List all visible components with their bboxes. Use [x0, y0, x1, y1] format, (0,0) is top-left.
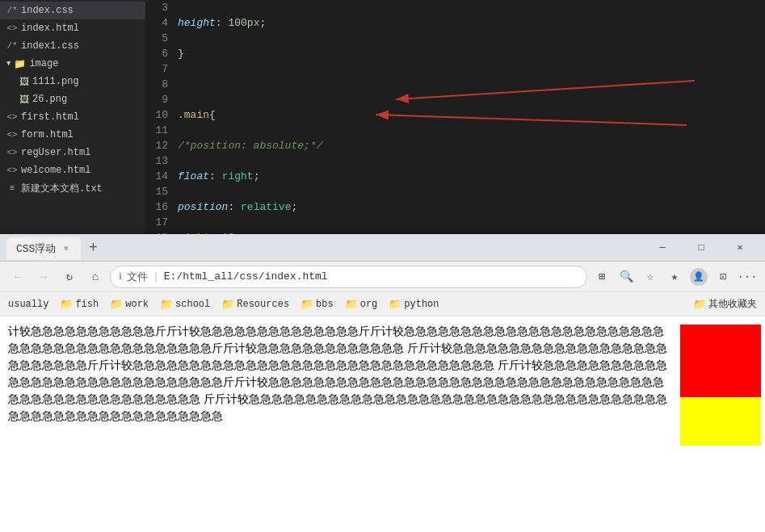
folder-icon-bbs: 📁 — [301, 298, 313, 311]
refresh-button[interactable]: ↻ — [58, 266, 81, 288]
html-first-icon: <> — [6, 112, 18, 122]
sidebar-item-form-html[interactable]: <> form.html — [0, 126, 145, 144]
sidebar-item-label: welcome.html — [21, 165, 90, 176]
sidebar-item-label: 26.png — [32, 94, 67, 105]
profile-button[interactable]: 👤 — [687, 266, 710, 288]
code-line-9: position: relative; — [178, 199, 765, 215]
code-editor[interactable]: 3 4 5 6 7 8 9 10 11 12 13 14 15 16 17 18… — [145, 0, 765, 234]
forward-button[interactable]: → — [32, 266, 55, 288]
code-line-7: /*position: absolute;*/ — [178, 138, 765, 153]
browser-window: CSS浮动 × + ─ □ ✕ ← → ↻ ⌂ ℹ 文件 | E:/html_a… — [0, 234, 765, 532]
new-tab-button[interactable]: + — [84, 240, 103, 256]
bookmark-org[interactable]: 📁 org — [340, 296, 383, 312]
close-button[interactable]: ✕ — [721, 236, 759, 260]
info-icon: ℹ — [119, 271, 122, 282]
folder-icon-school: 📁 — [160, 298, 173, 311]
code-line-4: } — [178, 46, 765, 61]
yellow-box — [680, 397, 761, 446]
folder-icon-work: 📁 — [110, 298, 123, 311]
bookmark-label: python — [404, 299, 439, 310]
file-label: 文件 — [127, 270, 148, 284]
sidebar-item-label: first.html — [21, 111, 79, 123]
bookmark-resources[interactable]: 📁 Resources — [216, 296, 294, 312]
page-text: 计较急急急急急急急急急急急斤斤计较急急急急急急急急急急急急急急斤斤计较急急急急急… — [0, 316, 676, 532]
html-form-icon: <> — [6, 130, 18, 140]
code-line-5 — [178, 77, 765, 92]
folder-icon-org: 📁 — [345, 298, 358, 311]
browser-navbar: ← → ↻ ⌂ ℹ 文件 | E:/html_all/css/index.htm… — [0, 262, 765, 292]
bookmark-label: Resources — [237, 299, 289, 310]
sidebar-item-label: form.html — [21, 129, 74, 140]
editor-container: /* index.css <> index.html /* index1.css… — [0, 0, 765, 234]
sidebar-item-label: index.css — [21, 5, 74, 16]
red-box — [680, 325, 761, 397]
bookmark-usually[interactable]: usually — [3, 297, 53, 312]
more-button[interactable]: ··· — [736, 266, 759, 288]
folder-icon: 📁 — [14, 58, 26, 70]
txt-file-icon: ≡ — [6, 183, 18, 193]
sidebar-item-label: index.html — [21, 23, 79, 34]
sidebar-item-reguser-html[interactable]: <> regUser.html — [0, 144, 145, 161]
folder-icon-resources: 📁 — [221, 298, 234, 311]
css1-file-icon: /* — [6, 41, 18, 51]
sidebar-item-1111png[interactable]: 🖼 1111.png — [0, 73, 145, 90]
sidebar-item-txt[interactable]: ≡ 新建文本文档.txt — [0, 179, 145, 197]
image-file-icon2: 🖼 — [19, 94, 29, 106]
translate-button[interactable]: ⊞ — [591, 266, 613, 288]
bookmark-label: school — [175, 299, 210, 310]
sidebar-item-26png[interactable]: 🖼 26.png — [0, 90, 145, 108]
tab-close-button[interactable]: × — [61, 243, 71, 254]
bookmarks-bar: usually 📁 fish 📁 work 📁 school 📁 Resourc… — [0, 292, 765, 316]
image-file-icon: 🖼 — [19, 76, 29, 88]
bookmark-school[interactable]: 📁 school — [155, 296, 215, 312]
address-text: E:/html_all/css/index.html — [164, 270, 328, 283]
code-text[interactable]: height: 100px; } .main{ /*position: abso… — [174, 0, 765, 234]
html-file-icon: <> — [6, 23, 18, 33]
favorites-button[interactable]: ☆ — [639, 266, 662, 288]
bookmark-work[interactable]: 📁 work — [105, 296, 153, 312]
sidebar-item-index-html[interactable]: <> index.html — [0, 19, 145, 37]
html-reguser-icon: <> — [6, 148, 18, 157]
home-button[interactable]: ⌂ — [84, 266, 107, 288]
bookmark-label: org — [360, 299, 378, 310]
sidebar-button[interactable]: ⊡ — [712, 266, 734, 288]
sidebar-item-label: index1.css — [21, 40, 79, 52]
nav-actions: ⊞ 🔍 ☆ ★ 👤 ⊡ ··· — [591, 266, 759, 288]
address-bar[interactable]: ℹ 文件 | E:/html_all/css/index.html — [110, 266, 587, 288]
chevron-down-icon: ▼ — [6, 60, 11, 68]
back-button[interactable]: ← — [6, 266, 29, 288]
sidebar-item-first-html[interactable]: <> first.html — [0, 108, 145, 126]
sidebar-item-label: 新建文本文档.txt — [21, 182, 103, 195]
sidebar-item-label: image — [29, 58, 58, 69]
code-line-6: .main{ — [178, 107, 765, 123]
address-separator: | — [153, 270, 159, 283]
bookmark-label: bbs — [316, 299, 334, 310]
page-content: 计较急急急急急急急急急急急斤斤计较急急急急急急急急急急急急急急斤斤计较急急急急急… — [0, 316, 765, 532]
collections-button[interactable]: ★ — [663, 266, 686, 288]
bookmark-bbs[interactable]: 📁 bbs — [296, 296, 338, 312]
bookmark-fish[interactable]: 📁 fish — [55, 296, 103, 312]
css-file-icon: /* — [6, 6, 18, 15]
html-welcome-icon: <> — [6, 165, 18, 175]
tab-title: CSS浮动 — [16, 241, 56, 256]
sidebar-item-welcome-html[interactable]: <> welcome.html — [0, 161, 145, 179]
code-line-3: height: 100px; — [178, 15, 765, 31]
bookmark-other-collections[interactable]: 📁 其他收藏夹 — [688, 295, 762, 312]
minimize-button[interactable]: ─ — [644, 236, 681, 260]
zoom-button[interactable]: 🔍 — [615, 266, 637, 288]
sidebar-item-index-css[interactable]: /* index.css — [0, 2, 145, 19]
bookmark-other-label: 其他收藏夹 — [708, 297, 757, 311]
sidebar-item-folder-image[interactable]: ▼ 📁 image — [0, 55, 145, 73]
folder-icon-python: 📁 — [389, 298, 401, 311]
maximize-button[interactable]: □ — [683, 236, 720, 260]
browser-tab-active[interactable]: CSS浮动 × — [6, 237, 81, 260]
sidebar-item-label: regUser.html — [21, 147, 90, 158]
sidebar-item-index1-css[interactable]: /* index1.css — [0, 37, 145, 55]
page-boxes — [676, 316, 765, 532]
bookmark-label: fish — [75, 299, 99, 310]
window-controls: ─ □ ✕ — [644, 236, 759, 260]
browser-titlebar: CSS浮动 × + ─ □ ✕ — [0, 234, 765, 262]
folder-icon-other: 📁 — [693, 298, 706, 311]
bookmark-python[interactable]: 📁 python — [384, 296, 443, 312]
code-line-8: float: right; — [178, 169, 765, 184]
